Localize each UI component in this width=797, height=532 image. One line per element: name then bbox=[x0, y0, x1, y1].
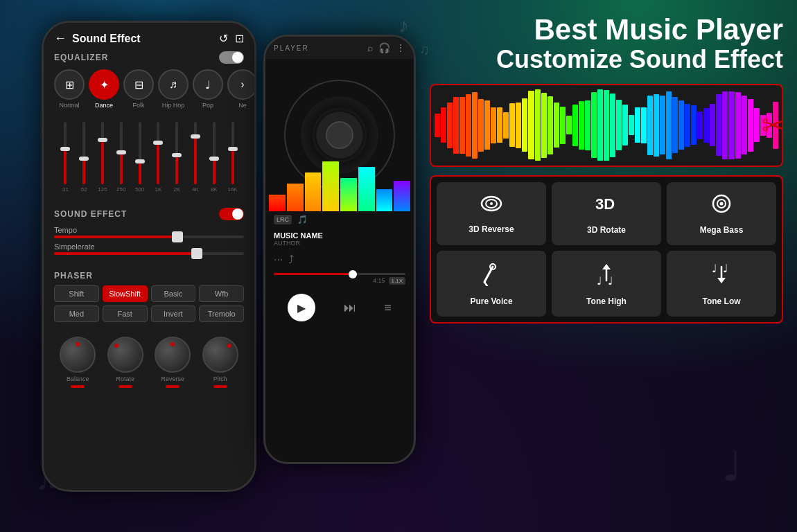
tone-low-icon: ♩ ♩ bbox=[708, 261, 735, 291]
lrc-controls: LRC 🎵 bbox=[265, 211, 414, 228]
wf-bar bbox=[691, 105, 697, 145]
preset-more[interactable]: › Ne bbox=[227, 69, 256, 109]
refresh-icon[interactable]: ↺ bbox=[219, 32, 228, 45]
more-icon[interactable]: ⋮ bbox=[396, 42, 405, 53]
phaser-slowshift[interactable]: SlowShift bbox=[103, 285, 148, 302]
share-icon[interactable]: ⤴ bbox=[288, 254, 294, 266]
wf-bar bbox=[610, 94, 615, 157]
wf-bar bbox=[535, 89, 541, 161]
phaser-shift[interactable]: Shift bbox=[54, 285, 99, 302]
dots-menu[interactable]: ··· bbox=[274, 254, 283, 266]
eq-toggle[interactable] bbox=[219, 51, 244, 64]
tone-high-icon: ♩ ♩ bbox=[593, 261, 620, 291]
progress-fill bbox=[274, 273, 353, 275]
eq-bar-500[interactable]: 500 bbox=[132, 116, 148, 199]
wf-bar bbox=[472, 92, 478, 159]
back-button[interactable]: ← bbox=[54, 31, 67, 46]
eq-vis-bar bbox=[340, 178, 357, 211]
wf-bar bbox=[629, 115, 634, 135]
wf-bar bbox=[754, 108, 760, 142]
eq-bar-31[interactable]: 31 bbox=[58, 116, 73, 199]
eq-bar-16k[interactable]: 16K bbox=[225, 116, 240, 199]
effect-tone-high[interactable]: ♩ ♩ Tone High bbox=[552, 251, 661, 317]
simpelerate-slider[interactable] bbox=[54, 252, 244, 255]
wf-bar bbox=[491, 107, 496, 143]
wf-bar bbox=[441, 107, 446, 143]
balance-label: Balance bbox=[67, 375, 89, 382]
progress-area: 4:15 1.1X bbox=[265, 269, 414, 288]
playlist-button[interactable]: ≡ bbox=[384, 301, 392, 315]
svg-text:3D: 3D bbox=[595, 195, 615, 213]
headphones-icon[interactable]: 🎧 bbox=[378, 42, 390, 53]
svg-point-6 bbox=[720, 202, 724, 205]
eq-bar-125[interactable]: 125 bbox=[95, 116, 111, 199]
effect-pure-voice[interactable]: Pure Voice bbox=[437, 251, 546, 317]
more-controls-row: ··· ⤴ bbox=[265, 250, 414, 269]
svg-point-2 bbox=[490, 202, 493, 205]
pitch-knob[interactable] bbox=[202, 337, 238, 373]
wf-bar bbox=[585, 100, 590, 150]
preset-normal[interactable]: ⊞ Normal bbox=[54, 69, 85, 109]
wf-bar bbox=[522, 98, 527, 152]
eq-vis-bar bbox=[269, 195, 286, 211]
eq-bar-250[interactable]: 250 bbox=[113, 116, 129, 199]
phaser-basic[interactable]: Basic bbox=[151, 285, 196, 302]
balance-knob[interactable] bbox=[60, 337, 96, 373]
play-button[interactable]: ▶ bbox=[288, 294, 315, 321]
effect-3d-rotate[interactable]: 3D 3D Rotate bbox=[552, 182, 661, 245]
eq-bar-8k[interactable]: 8K bbox=[206, 116, 222, 199]
eq-bar-4k[interactable]: 4K bbox=[188, 116, 204, 199]
phaser-med[interactable]: Med bbox=[54, 305, 99, 322]
preset-dance-icon: ✦ bbox=[89, 69, 119, 100]
effect-grid: 3D Reverse 3D 3D Rotate Mega Bass bbox=[430, 175, 783, 323]
wf-bar bbox=[660, 96, 665, 154]
simpelerate-label: Simpelerate bbox=[54, 242, 244, 251]
eq-bar-62[interactable]: 62 bbox=[76, 116, 92, 199]
preset-pop[interactable]: ♩ Pop bbox=[193, 69, 223, 109]
wf-bar bbox=[579, 101, 584, 150]
scissors-icon: ✂ bbox=[762, 109, 783, 141]
lrc-icon[interactable]: LRC bbox=[274, 215, 292, 224]
wf-bar bbox=[591, 92, 597, 158]
wf-bar bbox=[453, 97, 459, 154]
lyrics-icon[interactable]: 🎵 bbox=[297, 215, 308, 224]
progress-bar[interactable] bbox=[274, 273, 405, 275]
wf-bar bbox=[616, 100, 622, 150]
effect-3d-reverse[interactable]: 3D Reverse bbox=[437, 182, 546, 245]
save-icon[interactable]: ⊡ bbox=[235, 32, 244, 45]
rotate-knob[interactable] bbox=[107, 337, 143, 373]
reverse-knob[interactable] bbox=[155, 337, 191, 373]
effect-mega-bass[interactable]: Mega Bass bbox=[667, 182, 776, 245]
header-icons: ↺ ⊡ bbox=[219, 32, 244, 45]
eq-bar-1k[interactable]: 1K bbox=[150, 116, 166, 199]
preset-hiphop[interactable]: ♬ Hip Hop bbox=[158, 69, 189, 109]
wf-bar bbox=[459, 97, 465, 154]
preset-folk[interactable]: ⊟ Folk bbox=[123, 69, 154, 109]
phaser-section: PHASER Shift SlowShift Basic Wfb Med Fas… bbox=[44, 265, 254, 330]
phaser-row-1: Shift SlowShift Basic Wfb bbox=[54, 285, 244, 302]
phaser-tremolo[interactable]: Tremolo bbox=[199, 305, 244, 322]
screen-title: Sound Effect bbox=[72, 33, 141, 45]
tempo-slider[interactable] bbox=[54, 236, 244, 238]
phone-left-header: ← Sound Effect ↺ ⊡ bbox=[44, 23, 254, 51]
effect-tone-low[interactable]: ♩ ♩ Tone Low bbox=[667, 251, 776, 317]
wf-bar bbox=[435, 114, 440, 137]
headline-main: Best Music Player bbox=[430, 14, 783, 46]
music-note-1: ♪ bbox=[398, 14, 409, 37]
knob-pitch: Pitch bbox=[202, 337, 238, 388]
mega-bass-icon bbox=[708, 193, 735, 220]
balance-indicator bbox=[71, 385, 85, 388]
eq-vis-bar bbox=[287, 184, 304, 211]
knob-balance: Balance bbox=[60, 337, 96, 388]
phaser-invert[interactable]: Invert bbox=[151, 305, 196, 322]
eq-section-title: EQUALIZER bbox=[54, 53, 108, 62]
wf-bar bbox=[735, 92, 741, 159]
wf-bar bbox=[742, 96, 747, 154]
next-button[interactable]: ⏭ bbox=[344, 301, 356, 315]
search-icon[interactable]: ⌕ bbox=[367, 42, 373, 53]
pitch-label: Pitch bbox=[213, 375, 227, 382]
preset-dance[interactable]: ✦ Dance bbox=[89, 69, 119, 109]
eq-bar-2k[interactable]: 2K bbox=[169, 116, 185, 199]
phaser-wfb[interactable]: Wfb bbox=[199, 285, 244, 302]
phaser-fast[interactable]: Fast bbox=[103, 305, 148, 322]
